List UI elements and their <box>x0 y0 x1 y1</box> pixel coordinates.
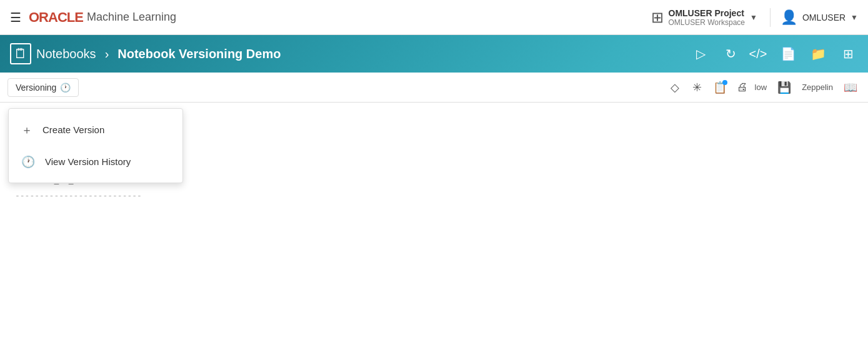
create-version-item[interactable]: ＋ Create Version <box>9 114 182 146</box>
run-button[interactable]: ▷ <box>691 44 711 64</box>
create-version-label: Create Version <box>42 124 104 135</box>
user-name: OMLUSER <box>802 13 846 23</box>
view-history-label: View Version History <box>45 156 131 167</box>
project-section[interactable]: ⊞ OMLUSER Project OMLUSER Workspace ▼ <box>651 8 771 27</box>
user-section[interactable]: 👤 OMLUSER ▼ <box>781 9 858 26</box>
print-button[interactable]: 🖨 <box>732 78 752 98</box>
hamburger-menu-button[interactable]: ☰ <box>10 10 21 25</box>
versioning-dropdown-menu: ＋ Create Version 🕐 View Version History <box>8 108 183 183</box>
notebook-icon: 🗒 <box>10 43 31 64</box>
folder-button[interactable]: 📁 <box>808 44 828 64</box>
project-name: OMLUSER Project <box>669 8 745 18</box>
oracle-text: ORACLE <box>29 9 83 26</box>
project-info: OMLUSER Project OMLUSER Workspace <box>669 8 745 27</box>
zeppelin-label: Zeppelin <box>802 83 833 92</box>
notebook-header: 🗒 Notebooks › Notebook Versioning Demo ▷… <box>0 35 868 73</box>
project-dropdown-arrow: ▼ <box>750 13 757 22</box>
book-icon-button[interactable]: 📖 <box>841 78 861 98</box>
project-icon: ⊞ <box>651 9 664 26</box>
view-version-history-item[interactable]: 🕐 View Version History <box>9 146 182 178</box>
eraser-button[interactable]: ◇ <box>665 78 685 98</box>
plus-icon: ＋ <box>21 123 32 138</box>
header-btn-right: </> 📄 📁 ⊞ <box>748 44 858 64</box>
user-icon: 👤 <box>781 9 797 26</box>
document-button[interactable]: 📄 <box>778 44 798 64</box>
oracle-logo: ORACLE Machine Learning <box>29 9 176 26</box>
breadcrumb-separator: › <box>105 47 109 61</box>
top-navigation: ☰ ORACLE Machine Learning ⊞ OMLUSER Proj… <box>0 0 868 35</box>
refresh-button[interactable]: ↻ <box>721 44 741 64</box>
user-dropdown-arrow: ▼ <box>851 13 858 22</box>
top-nav-right: ⊞ OMLUSER Project OMLUSER Workspace ▼ 👤 … <box>651 8 859 27</box>
history-icon: 🕐 <box>21 155 35 169</box>
versioning-button[interactable]: Versioning 🕐 ＋ Create Version 🕐 View Ver… <box>7 78 79 97</box>
versioning-clock-icon: 🕐 <box>60 83 71 93</box>
code-view-button[interactable]: </> <box>748 44 768 64</box>
workspace-name: OMLUSER Workspace <box>669 18 745 27</box>
notebook-title-area: 🗒 Notebooks › Notebook Versioning Demo <box>10 43 683 64</box>
output-separator: -------------------------- <box>15 190 853 203</box>
header-controls: ▷ ↻ <box>691 44 741 64</box>
notebooks-link[interactable]: Notebooks <box>36 47 96 61</box>
low-label: low <box>755 83 767 92</box>
versioning-label: Versioning <box>16 83 56 93</box>
save-button[interactable]: 💾 <box>774 78 794 98</box>
ml-text: Machine Learning <box>87 11 176 24</box>
add-cell-badge: . <box>722 80 727 85</box>
add-cell-button[interactable]: 📋 . <box>710 78 730 98</box>
notebook-title: Notebook Versioning Demo <box>117 47 281 61</box>
toolbar: Versioning 🕐 ＋ Create Version 🕐 View Ver… <box>0 73 868 103</box>
toolbar-right: low 💾 Zeppelin 📖 <box>755 78 861 98</box>
settings-button[interactable]: ✳ <box>687 78 707 98</box>
layout-button[interactable]: ⊞ <box>838 44 858 64</box>
